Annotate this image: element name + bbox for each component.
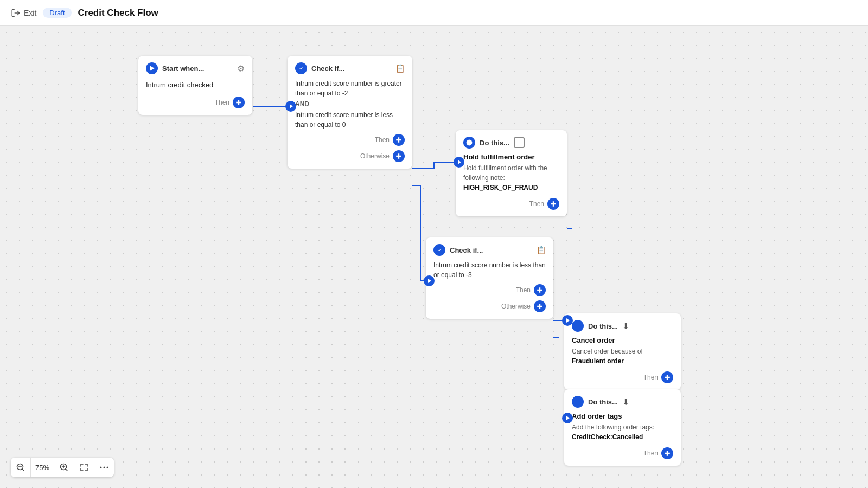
tags-then-label: Then [643,450,658,457]
cancel-action-icon: ⬇ [622,321,629,331]
svg-point-2 [298,66,304,72]
svg-point-10 [575,399,581,405]
svg-point-8 [575,323,581,329]
svg-point-4 [467,140,473,146]
connector-check1-check2 [424,275,435,286]
check1-icon [295,62,307,74]
tags-then-add-button[interactable] [661,447,673,459]
check2-otherwise-add-button[interactable] [534,300,546,312]
connector-cancel-tags [562,413,573,423]
check1-and: AND [295,100,405,108]
zoom-in-button[interactable] [54,458,74,477]
do-node-cancel: Do this... ⬇ Cancel order Cancel order b… [564,313,681,390]
check1-label: Check if... [311,65,344,73]
connector-start-check1 [285,101,296,112]
check1-otherwise-add-button[interactable] [393,150,405,162]
do-node-tags: Do this... ⬇ Add order tags Add the foll… [564,389,681,466]
start-node: Start when... ⚙ Intrum credit checked Th… [138,56,252,115]
exit-label: Exit [24,9,36,17]
check2-then-label: Then [516,286,531,294]
cancel-title: Cancel order [572,336,673,344]
hold-then-add-button[interactable] [547,198,559,210]
check2-label: Check if... [450,246,483,254]
svg-marker-0 [150,66,154,71]
svg-marker-3 [458,160,461,164]
tags-label: Do this... [588,398,618,406]
check-node-2: Check if... 📋 Intrum credit score number… [426,237,553,319]
svg-point-6 [437,247,443,253]
cancel-then-label: Then [643,374,658,381]
svg-point-15 [107,467,108,468]
connector-check1-hold [454,157,464,168]
cancel-then-add-button[interactable] [661,371,673,383]
exit-button[interactable]: Exit [11,8,36,18]
svg-marker-7 [566,318,570,323]
draft-badge: Draft [43,8,71,18]
svg-point-13 [100,467,102,468]
tags-desc: Add the following order tags: CreditChec… [572,422,673,442]
flow-canvas: Start when... ⚙ Intrum credit checked Th… [0,26,868,488]
check2-otherwise-label: Otherwise [501,303,531,310]
header: Exit Draft Credit Check Flow [0,0,868,26]
start-icon [146,62,158,74]
connector-check2-cancel [562,315,573,326]
svg-marker-1 [290,104,293,108]
cancel-icon [572,320,584,332]
check2-settings-icon[interactable]: 📋 [537,246,546,254]
tags-action-icon: ⬇ [622,397,629,407]
tags-icon [572,396,584,408]
start-add-button[interactable] [233,97,245,108]
hold-icon [463,137,475,149]
page-title: Credit Check Flow [78,8,158,18]
check1-condition1: Intrum credit score number is greater th… [295,79,405,98]
tags-title: Add order tags [572,412,673,420]
do-node-hold: Do this... Hold fulfillment order Hold f… [456,130,567,216]
zoom-controls: 75% [11,458,114,477]
check1-settings-icon[interactable]: 📋 [395,64,405,73]
hold-action-icon [514,137,525,148]
hold-title: Hold fulfillment order [463,153,559,161]
check2-icon [433,244,445,256]
hold-label: Do this... [480,139,509,147]
zoom-fit-button[interactable] [74,458,94,477]
hold-desc: Hold fulfillment order with the followin… [463,163,559,192]
start-content: Intrum credit checked [146,79,245,91]
check1-condition2: Intrum credit score number is less than … [295,110,405,130]
check2-condition: Intrum credit score number is less than … [433,260,546,280]
more-options-button[interactable] [94,458,114,477]
check1-then-add-button[interactable] [393,134,405,146]
cancel-desc: Cancel order because of Fraudulent order [572,346,673,366]
start-settings-icon[interactable]: ⚙ [237,63,245,74]
svg-point-14 [104,467,105,468]
start-label: Start when... [162,65,204,73]
zoom-value: 75% [30,458,54,477]
hold-then-label: Then [529,200,544,208]
check-node-1: Check if... 📋 Intrum credit score number… [288,56,412,169]
check1-then-label: Then [375,136,390,144]
check2-then-add-button[interactable] [534,284,546,296]
start-then-label: Then [215,99,229,106]
svg-marker-5 [428,279,431,283]
check1-otherwise-label: Otherwise [360,152,390,160]
cancel-label: Do this... [588,322,618,330]
zoom-out-button[interactable] [11,458,30,477]
svg-marker-9 [566,416,570,420]
